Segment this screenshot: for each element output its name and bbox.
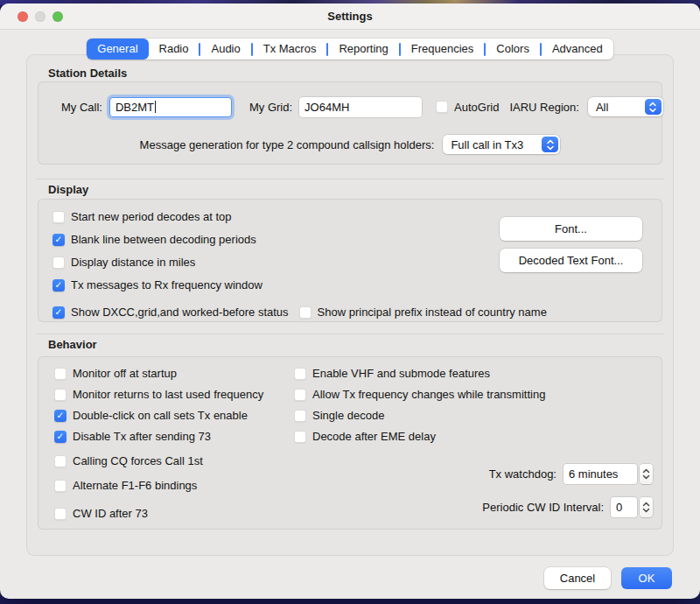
my-call-label: My Call: (61, 101, 102, 114)
titlebar: Settings (0, 4, 700, 30)
ok-button[interactable]: OK (621, 567, 672, 589)
checkbox-enable-vhf-and-submode-features[interactable]: Enable VHF and submode features (294, 364, 490, 383)
checkbox-disable-tx-after-sending-73[interactable]: Disable Tx after sending 73 (54, 427, 211, 446)
message-generation-select[interactable]: Full call in Tx3 (443, 135, 560, 154)
checkbox-monitor-returns-to-last-used-frequency[interactable]: Monitor returns to last used frequency (54, 385, 263, 404)
checkbox-box (54, 410, 66, 422)
tab-frequencies[interactable]: Frequencies (401, 39, 485, 60)
checkbox-tx-messages-to-rx-frequency-window[interactable]: Tx messages to Rx frequency window (52, 276, 547, 294)
checkbox-box (54, 389, 66, 401)
tx-watchdog-label: Tx watchdog: (489, 467, 556, 481)
periodic-cw-id-row: Periodic CW ID Interval: 0 (482, 497, 653, 517)
tab-advanced[interactable]: Advanced (542, 39, 613, 60)
section-divider (36, 334, 664, 334)
checkbox-box (54, 431, 66, 443)
station-row-2: Message generation for type 2 compound c… (38, 133, 662, 156)
checkbox-double-click-on-call-sets-tx-enable[interactable]: Double-click on call sets Tx enable (54, 406, 248, 425)
tab-reporting[interactable]: Reporting (328, 39, 398, 60)
checkbox-decode-after-eme-delay[interactable]: Decode after EME delay (294, 427, 436, 446)
station-row-1: My Call: DB2MT My Grid: JO64MH AutoGrid … (61, 94, 663, 120)
checkbox-blank-line-between-decoding-periods[interactable]: Blank line between decoding periods (52, 230, 547, 249)
section-divider (36, 179, 664, 179)
tab-general[interactable]: General (87, 39, 148, 60)
behavior-groupbox: Monitor off at startup Monitor returns t… (38, 356, 662, 530)
station-details-title: Station Details (48, 67, 127, 80)
checkbox-box (52, 234, 65, 246)
message-generation-value: Full call in Tx3 (451, 138, 523, 151)
checkbox-show-principal-prefix[interactable]: Show principal prefix instead of country… (299, 303, 547, 321)
periodic-cw-id-interval-label: Periodic CW ID Interval: (482, 501, 604, 514)
checkbox-box (54, 480, 66, 492)
checkbox-single-decode[interactable]: Single decode (294, 406, 384, 425)
checkbox-box (294, 389, 306, 401)
tx-watchdog-row: Tx watchdog: 6 minutes (489, 464, 653, 484)
autogrid-checkbox[interactable]: AutoGrid (436, 98, 499, 116)
tab-group: General Radio Audio Tx Macros Reporting … (87, 39, 612, 60)
behavior-title: Behavior (48, 338, 97, 351)
my-grid-label: My Grid: (249, 101, 292, 114)
checkbox-display-distance-in-miles[interactable]: Display distance in miles (52, 253, 547, 271)
autogrid-label: AutoGrid (454, 101, 499, 114)
my-call-input[interactable]: DB2MT (109, 97, 232, 117)
checkbox-box (294, 431, 306, 443)
checkbox-box (54, 455, 66, 467)
tx-watchdog-input[interactable]: 6 minutes (564, 464, 637, 484)
checkbox-box (52, 211, 65, 223)
popup-up-down-chevrons-icon (645, 99, 662, 115)
checkbox-show-dxcc-grid-worked-before-status[interactable]: Show DXCC,grid,and worked-before status (52, 303, 289, 321)
checkbox-box (54, 368, 66, 380)
checkbox-alternate-f1-f6-bindings[interactable]: Alternate F1-F6 bindings (54, 476, 197, 495)
settings-window: Settings Station Details My Call: DB2MT … (0, 4, 700, 599)
tab-tx-macros[interactable]: Tx Macros (253, 39, 327, 60)
checkbox-box (52, 279, 65, 291)
my-grid-value: JO64MH (304, 101, 349, 114)
font-button[interactable]: Font... (500, 217, 642, 241)
checkbox-box (294, 368, 306, 380)
autogrid-checkbox-box (436, 101, 448, 113)
iaru-region-value: All (596, 101, 608, 114)
iaru-region-select[interactable]: All (588, 97, 663, 116)
checkbox-start-new-period-decodes-at-top[interactable]: Start new period decodes at top (52, 207, 547, 226)
tab-audio[interactable]: Audio (200, 39, 250, 60)
window-title: Settings (0, 4, 700, 29)
tab-bar: General Radio Audio Tx Macros Reporting … (0, 39, 700, 60)
checkbox-box (294, 410, 306, 422)
checkbox-cw-id-after-73[interactable]: CW ID after 73 (54, 504, 148, 523)
periodic-cw-id-interval-input[interactable]: 0 (611, 497, 637, 517)
tab-content-frame: Station Details My Call: DB2MT My Grid: … (26, 54, 674, 556)
display-groupbox: Start new period decodes at top Blank li… (38, 199, 662, 322)
checkbox-box (52, 306, 65, 319)
checkbox-calling-cq-forces-call-1st[interactable]: Calling CQ forces Call 1st (54, 452, 203, 470)
text-cursor (155, 101, 156, 113)
decoded-text-font-button[interactable]: Decoded Text Font... (500, 249, 642, 272)
checkbox-box (54, 508, 66, 520)
message-generation-label: Message generation for type 2 compound c… (140, 138, 435, 151)
station-details-groupbox: My Call: DB2MT My Grid: JO64MH AutoGrid … (38, 81, 662, 165)
cancel-button[interactable]: Cancel (544, 567, 611, 589)
spinner-up-down-icon[interactable] (640, 464, 653, 484)
my-grid-input[interactable]: JO64MH (299, 97, 422, 117)
spinner-up-down-icon[interactable] (640, 497, 653, 517)
display-checkbox-column: Start new period decodes at top Blank li… (52, 207, 547, 321)
iaru-region-label: IARU Region: (509, 101, 578, 114)
checkbox-box (299, 306, 312, 319)
popup-up-down-chevrons-icon (542, 137, 558, 152)
checkbox-monitor-off-at-startup[interactable]: Monitor off at startup (54, 364, 177, 383)
tab-colors[interactable]: Colors (486, 39, 540, 60)
checkbox-box (52, 256, 65, 269)
my-call-value: DB2MT (116, 101, 154, 114)
display-title: Display (48, 183, 88, 196)
tab-radio[interactable]: Radio (149, 39, 200, 60)
checkbox-allow-tx-frequency-changes-while-transmitting[interactable]: Allow Tx frequency changes while transmi… (294, 385, 545, 404)
display-checkbox-row-5: Show DXCC,grid,and worked-before status … (52, 303, 547, 321)
dialog-footer: Cancel OK (544, 567, 672, 589)
